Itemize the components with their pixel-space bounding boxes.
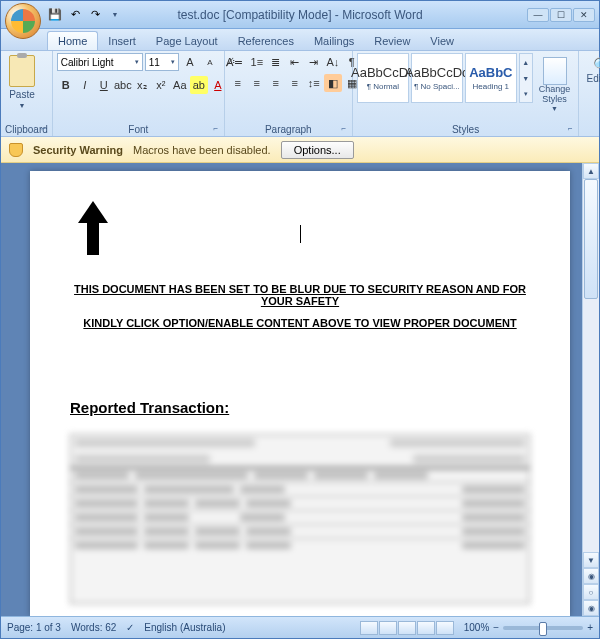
numbering-button[interactable]: 1≡ (248, 53, 266, 71)
strike-button[interactable]: abc (114, 76, 132, 94)
qat-dropdown-icon[interactable]: ▼ (107, 7, 123, 23)
align-center-button[interactable]: ≡ (248, 74, 266, 92)
close-button[interactable]: ✕ (573, 8, 595, 22)
minimize-button[interactable]: — (527, 8, 549, 22)
view-outline[interactable] (417, 621, 435, 635)
change-styles-button[interactable]: Change Styles▼ (535, 53, 575, 116)
group-styles: Styles (357, 123, 575, 136)
zoom-level[interactable]: 100% (464, 622, 490, 633)
style-normal[interactable]: AaBbCcDc¶ Normal (357, 53, 409, 103)
view-web-layout[interactable] (398, 621, 416, 635)
change-styles-icon (543, 57, 567, 85)
security-label: Security Warning (33, 144, 123, 156)
italic-button[interactable]: I (76, 76, 94, 94)
case-button[interactable]: Aa (171, 76, 189, 94)
scroll-thumb[interactable] (584, 179, 598, 299)
status-words[interactable]: Words: 62 (71, 622, 116, 633)
multilevel-button[interactable]: ≣ (267, 53, 285, 71)
style-gallery[interactable]: AaBbCcDc¶ Normal AaBbCcDc¶ No Spaci... A… (357, 53, 533, 103)
paste-button[interactable]: Paste ▼ (5, 53, 39, 111)
style-heading1[interactable]: AaBbCHeading 1 (465, 53, 517, 103)
align-left-button[interactable]: ≡ (229, 74, 247, 92)
maximize-button[interactable]: ☐ (550, 8, 572, 22)
undo-icon[interactable]: ↶ (67, 7, 83, 23)
zoom-in-button[interactable]: + (587, 622, 593, 633)
scroll-down-button[interactable]: ▼ (583, 552, 599, 568)
document-area[interactable]: THIS DOCUMENT HAS BEEN SET TO BE BLUR DU… (1, 163, 599, 616)
scroll-up-button[interactable]: ▲ (583, 163, 599, 179)
tab-page-layout[interactable]: Page Layout (146, 32, 228, 50)
office-button[interactable] (5, 3, 41, 39)
style-no-spacing[interactable]: AaBbCcDc¶ No Spaci... (411, 53, 463, 103)
browse-object-button[interactable]: ○ (583, 584, 599, 600)
text-cursor (300, 225, 301, 243)
document-page: THIS DOCUMENT HAS BEEN SET TO BE BLUR DU… (30, 171, 570, 616)
view-print-layout[interactable] (360, 621, 378, 635)
sort-button[interactable]: A↓ (324, 53, 342, 71)
font-size-select[interactable]: 11▾ (145, 53, 179, 71)
prev-page-button[interactable]: ◉ (583, 568, 599, 584)
next-page-button[interactable]: ◉ (583, 600, 599, 616)
status-language[interactable]: English (Australia) (144, 622, 225, 633)
highlight-button[interactable]: ab (190, 76, 208, 94)
security-text: Macros have been disabled. (133, 144, 271, 156)
clipboard-icon (9, 55, 35, 87)
justify-button[interactable]: ≡ (286, 74, 304, 92)
font-name-select[interactable]: Calibri Light▾ (57, 53, 143, 71)
editing-button[interactable]: 🔍 Editing▼ (583, 53, 600, 95)
superscript-button[interactable]: x² (152, 76, 170, 94)
security-bar: Security Warning Macros have been disabl… (1, 137, 599, 163)
redo-icon[interactable]: ↷ (87, 7, 103, 23)
grow-font-icon[interactable]: A (181, 53, 199, 71)
tab-mailings[interactable]: Mailings (304, 32, 364, 50)
shrink-font-icon[interactable]: A (201, 53, 219, 71)
shield-icon (9, 143, 23, 157)
view-draft[interactable] (436, 621, 454, 635)
security-options-button[interactable]: Options... (281, 141, 354, 159)
subscript-button[interactable]: x₂ (133, 76, 151, 94)
bullets-button[interactable]: ≔ (229, 53, 247, 71)
tab-review[interactable]: Review (364, 32, 420, 50)
indent-button[interactable]: ⇥ (305, 53, 323, 71)
group-clipboard: Clipboard (5, 123, 48, 136)
find-icon: 🔍 (593, 57, 600, 73)
blurred-table (70, 434, 530, 604)
status-proof-icon[interactable]: ✓ (126, 622, 134, 633)
document-heading: Reported Transaction: (70, 399, 530, 416)
zoom-out-button[interactable]: − (493, 622, 499, 633)
vertical-scrollbar[interactable]: ▲ ▼ ◉ ○ ◉ (582, 163, 599, 616)
message-line-2: KINDLY CLICK OPTION/ENABLE CONTENT ABOVE… (70, 317, 530, 329)
dedent-button[interactable]: ⇤ (286, 53, 304, 71)
group-paragraph: Paragraph (229, 123, 348, 136)
message-line-1: THIS DOCUMENT HAS BEEN SET TO BE BLUR DU… (70, 283, 530, 307)
line-spacing-button[interactable]: ↕≡ (305, 74, 323, 92)
tab-view[interactable]: View (420, 32, 464, 50)
status-page[interactable]: Page: 1 of 3 (7, 622, 61, 633)
align-right-button[interactable]: ≡ (267, 74, 285, 92)
tab-home[interactable]: Home (47, 31, 98, 50)
tab-insert[interactable]: Insert (98, 32, 146, 50)
shading-button[interactable]: ◧ (324, 74, 342, 92)
ribbon-tabs: Home Insert Page Layout References Maili… (1, 29, 599, 51)
bold-button[interactable]: B (57, 76, 75, 94)
underline-button[interactable]: U (95, 76, 113, 94)
save-icon[interactable]: 💾 (47, 7, 63, 23)
group-font: Font (57, 123, 220, 136)
arrow-up-shape (78, 201, 108, 257)
window-title: test.doc [Compatibility Mode] - Microsof… (177, 8, 422, 22)
style-gallery-more[interactable]: ▲▼▾ (519, 53, 533, 103)
tab-references[interactable]: References (228, 32, 304, 50)
view-full-screen[interactable] (379, 621, 397, 635)
zoom-slider[interactable] (503, 626, 583, 630)
